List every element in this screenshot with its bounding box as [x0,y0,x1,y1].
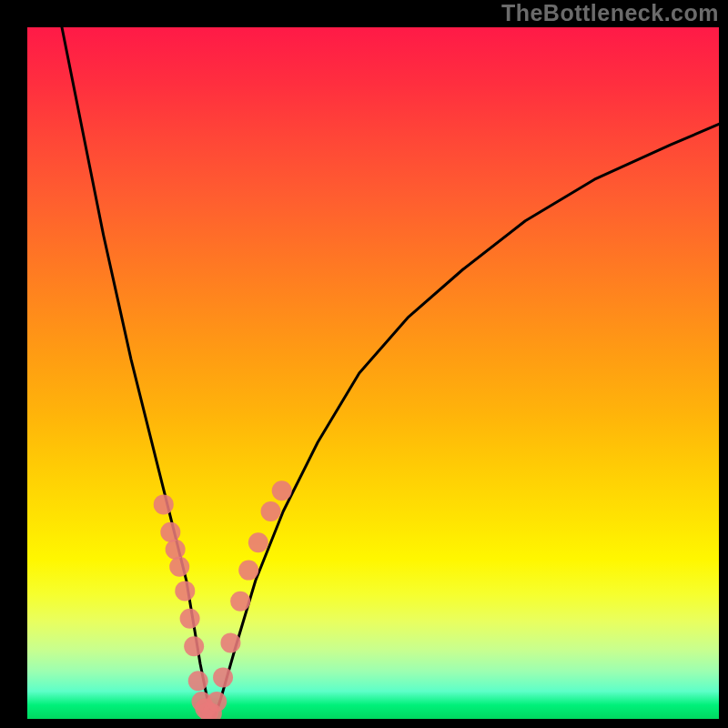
chart-curve [62,27,719,719]
scatter-dot [188,671,208,691]
scatter-dot [175,581,195,601]
scatter-dot [272,480,292,500]
chart-svg [27,27,719,719]
scatter-dot [207,692,227,712]
scatter-dot [261,501,281,521]
scatter-dot [230,592,250,612]
scatter-dot [166,540,186,560]
watermark-text: TheBottleneck.com [501,0,719,26]
scatter-dot [180,609,200,629]
scatter-dot [238,561,258,581]
scatter-dot [169,557,189,577]
chart-scatter [154,480,292,719]
scatter-dot [154,494,174,514]
scatter-dot [220,632,240,652]
scatter-dot [184,636,204,656]
chart-frame: TheBottleneck.com [0,0,728,728]
scatter-dot [213,667,233,687]
scatter-dot [160,522,180,542]
chart-plot-area [27,27,719,719]
scatter-dot [248,532,268,552]
